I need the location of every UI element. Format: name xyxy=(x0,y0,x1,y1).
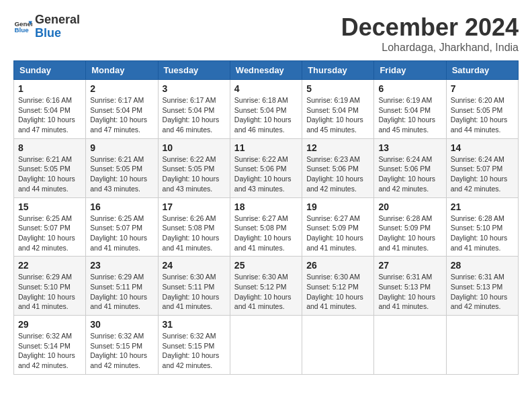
day-info: Sunrise: 6:28 AMSunset: 5:09 PMDaylight:… xyxy=(378,214,435,252)
day-info: Sunrise: 6:26 AMSunset: 5:08 PMDaylight:… xyxy=(163,214,220,252)
title-area: December 2024 Lohardaga, Jharkhand, Indi… xyxy=(341,13,519,54)
table-row: 24Sunrise: 6:30 AMSunset: 5:11 PMDayligh… xyxy=(158,257,230,316)
col-tuesday: Tuesday xyxy=(158,61,230,80)
day-number: 8 xyxy=(18,142,81,153)
day-info: Sunrise: 6:24 AMSunset: 5:06 PMDaylight:… xyxy=(378,155,435,193)
day-number: 10 xyxy=(163,142,226,153)
table-row: 1Sunrise: 6:16 AMSunset: 5:04 PMDaylight… xyxy=(14,80,86,139)
table-row: 12Sunrise: 6:23 AMSunset: 5:06 PMDayligh… xyxy=(302,138,374,197)
table-row xyxy=(230,316,302,375)
table-row: 20Sunrise: 6:28 AMSunset: 5:09 PMDayligh… xyxy=(374,197,446,257)
day-info: Sunrise: 6:16 AMSunset: 5:04 PMDaylight:… xyxy=(18,96,75,134)
day-info: Sunrise: 6:25 AMSunset: 5:07 PMDaylight:… xyxy=(90,214,147,252)
table-row: 26Sunrise: 6:30 AMSunset: 5:12 PMDayligh… xyxy=(302,257,374,316)
day-number: 28 xyxy=(451,260,514,271)
day-info: Sunrise: 6:32 AMSunset: 5:15 PMDaylight:… xyxy=(90,332,147,369)
table-row: 3Sunrise: 6:17 AMSunset: 5:04 PMDaylight… xyxy=(158,80,230,139)
day-info: Sunrise: 6:18 AMSunset: 5:04 PMDaylight:… xyxy=(234,96,292,134)
day-number: 23 xyxy=(90,260,153,271)
col-monday: Monday xyxy=(86,61,158,80)
day-info: Sunrise: 6:21 AMSunset: 5:05 PMDaylight:… xyxy=(18,155,75,193)
table-row xyxy=(374,316,446,375)
table-row xyxy=(302,316,374,375)
col-sunday: Sunday xyxy=(14,61,86,80)
table-row: 31Sunrise: 6:32 AMSunset: 5:15 PMDayligh… xyxy=(158,316,230,375)
day-info: Sunrise: 6:30 AMSunset: 5:11 PMDaylight:… xyxy=(163,273,220,310)
day-number: 27 xyxy=(378,260,441,271)
day-info: Sunrise: 6:28 AMSunset: 5:10 PMDaylight:… xyxy=(451,214,508,252)
calendar-header-row: Sunday Monday Tuesday Wednesday Thursday… xyxy=(14,61,519,80)
col-thursday: Thursday xyxy=(302,61,374,80)
table-row: 8Sunrise: 6:21 AMSunset: 5:05 PMDaylight… xyxy=(14,138,86,197)
table-row: 25Sunrise: 6:30 AMSunset: 5:12 PMDayligh… xyxy=(230,257,302,316)
calendar-week-row: 1Sunrise: 6:16 AMSunset: 5:04 PMDaylight… xyxy=(14,80,519,139)
day-number: 20 xyxy=(378,201,441,212)
calendar-week-row: 29Sunrise: 6:32 AMSunset: 5:14 PMDayligh… xyxy=(14,316,519,375)
table-row: 15Sunrise: 6:25 AMSunset: 5:07 PMDayligh… xyxy=(14,197,86,257)
day-info: Sunrise: 6:32 AMSunset: 5:15 PMDaylight:… xyxy=(163,332,220,369)
table-row: 10Sunrise: 6:22 AMSunset: 5:05 PMDayligh… xyxy=(158,138,230,197)
day-info: Sunrise: 6:22 AMSunset: 5:05 PMDaylight:… xyxy=(163,155,220,193)
logo: General Blue General Blue xyxy=(13,13,80,40)
logo-blue: Blue xyxy=(35,27,80,40)
day-number: 14 xyxy=(451,142,514,153)
day-info: Sunrise: 6:22 AMSunset: 5:06 PMDaylight:… xyxy=(234,155,292,193)
logo-icon: General Blue xyxy=(13,17,32,36)
day-number: 11 xyxy=(234,142,298,153)
day-info: Sunrise: 6:27 AMSunset: 5:09 PMDaylight:… xyxy=(306,214,363,252)
day-info: Sunrise: 6:27 AMSunset: 5:08 PMDaylight:… xyxy=(234,214,292,252)
day-number: 9 xyxy=(90,142,153,153)
table-row: 6Sunrise: 6:19 AMSunset: 5:04 PMDaylight… xyxy=(374,80,446,139)
table-row: 5Sunrise: 6:19 AMSunset: 5:04 PMDaylight… xyxy=(302,80,374,139)
location: Lohardaga, Jharkhand, India xyxy=(341,42,519,54)
day-number: 6 xyxy=(378,83,441,94)
table-row: 11Sunrise: 6:22 AMSunset: 5:06 PMDayligh… xyxy=(230,138,302,197)
day-info: Sunrise: 6:24 AMSunset: 5:07 PMDaylight:… xyxy=(451,155,508,193)
day-info: Sunrise: 6:17 AMSunset: 5:04 PMDaylight:… xyxy=(163,96,220,134)
day-number: 13 xyxy=(378,142,441,153)
table-row: 28Sunrise: 6:31 AMSunset: 5:13 PMDayligh… xyxy=(446,257,518,316)
logo-general: General xyxy=(35,13,80,27)
day-number: 22 xyxy=(18,260,81,271)
day-number: 21 xyxy=(451,201,514,212)
day-number: 31 xyxy=(163,319,226,330)
day-number: 2 xyxy=(90,83,153,94)
day-number: 19 xyxy=(306,201,369,212)
day-number: 29 xyxy=(18,319,81,330)
day-number: 1 xyxy=(18,83,81,94)
calendar-week-row: 8Sunrise: 6:21 AMSunset: 5:05 PMDaylight… xyxy=(14,138,519,197)
table-row: 23Sunrise: 6:29 AMSunset: 5:11 PMDayligh… xyxy=(86,257,158,316)
day-info: Sunrise: 6:19 AMSunset: 5:04 PMDaylight:… xyxy=(306,96,363,134)
table-row: 14Sunrise: 6:24 AMSunset: 5:07 PMDayligh… xyxy=(446,138,518,197)
table-row: 21Sunrise: 6:28 AMSunset: 5:10 PMDayligh… xyxy=(446,197,518,257)
day-number: 15 xyxy=(18,201,81,212)
month-title: December 2024 xyxy=(341,13,519,42)
table-row xyxy=(446,316,518,375)
day-info: Sunrise: 6:20 AMSunset: 5:05 PMDaylight:… xyxy=(451,96,508,134)
page-header: General Blue General Blue December 2024 … xyxy=(13,13,519,54)
table-row: 7Sunrise: 6:20 AMSunset: 5:05 PMDaylight… xyxy=(446,80,518,139)
table-row: 4Sunrise: 6:18 AMSunset: 5:04 PMDaylight… xyxy=(230,80,302,139)
table-row: 29Sunrise: 6:32 AMSunset: 5:14 PMDayligh… xyxy=(14,316,86,375)
calendar-week-row: 15Sunrise: 6:25 AMSunset: 5:07 PMDayligh… xyxy=(14,197,519,257)
day-number: 7 xyxy=(451,83,514,94)
calendar-week-row: 22Sunrise: 6:29 AMSunset: 5:10 PMDayligh… xyxy=(14,257,519,316)
day-info: Sunrise: 6:17 AMSunset: 5:04 PMDaylight:… xyxy=(90,96,147,134)
day-number: 16 xyxy=(90,201,153,212)
day-number: 12 xyxy=(306,142,369,153)
day-number: 25 xyxy=(234,260,298,271)
col-friday: Friday xyxy=(374,61,446,80)
day-info: Sunrise: 6:25 AMSunset: 5:07 PMDaylight:… xyxy=(18,214,75,252)
table-row: 2Sunrise: 6:17 AMSunset: 5:04 PMDaylight… xyxy=(86,80,158,139)
day-number: 26 xyxy=(306,260,369,271)
day-number: 30 xyxy=(90,319,153,330)
table-row: 22Sunrise: 6:29 AMSunset: 5:10 PMDayligh… xyxy=(14,257,86,316)
day-info: Sunrise: 6:19 AMSunset: 5:04 PMDaylight:… xyxy=(378,96,435,134)
day-info: Sunrise: 6:31 AMSunset: 5:13 PMDaylight:… xyxy=(378,273,435,310)
table-row: 18Sunrise: 6:27 AMSunset: 5:08 PMDayligh… xyxy=(230,197,302,257)
day-info: Sunrise: 6:21 AMSunset: 5:05 PMDaylight:… xyxy=(90,155,147,193)
table-row: 30Sunrise: 6:32 AMSunset: 5:15 PMDayligh… xyxy=(86,316,158,375)
table-row: 16Sunrise: 6:25 AMSunset: 5:07 PMDayligh… xyxy=(86,197,158,257)
day-info: Sunrise: 6:32 AMSunset: 5:14 PMDaylight:… xyxy=(18,332,75,369)
day-info: Sunrise: 6:30 AMSunset: 5:12 PMDaylight:… xyxy=(306,273,363,310)
